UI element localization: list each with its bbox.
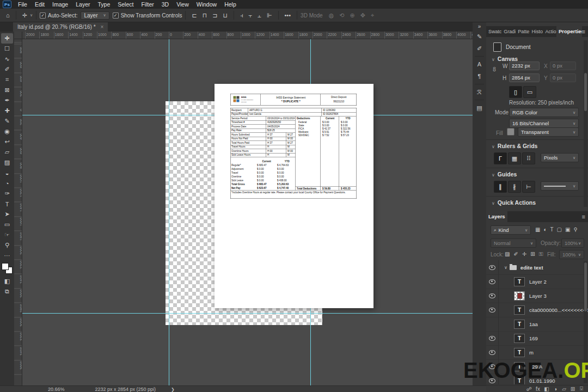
lock-pixels-icon[interactable]: ✐ xyxy=(513,251,518,258)
menu-item-file[interactable]: File xyxy=(14,0,31,9)
delete-layer-icon[interactable]: ⍌ xyxy=(577,385,586,392)
lock-all-icon[interactable]: ⚿ xyxy=(539,251,543,258)
crop-tool[interactable]: ⌗ xyxy=(1,75,13,85)
layer-visibility-toggle[interactable] xyxy=(486,359,499,373)
frame-tool[interactable]: ⊠ xyxy=(1,85,13,95)
close-icon[interactable]: × xyxy=(101,24,104,30)
distribute-top-icon[interactable]: ⫞ xyxy=(237,12,246,19)
zoom-level-field[interactable]: 20.66% xyxy=(48,387,65,392)
panel-menu-icon[interactable]: ≡ xyxy=(582,28,588,35)
color-swatches[interactable] xyxy=(2,263,13,274)
show-transform-checkbox[interactable]: ✓ xyxy=(113,13,119,19)
adjustment-layer-icon[interactable]: ◑ xyxy=(551,386,560,392)
menu-item-layer[interactable]: Layer xyxy=(72,0,94,9)
tab-actio[interactable]: Actio xyxy=(543,26,556,37)
foreground-color-swatch[interactable] xyxy=(2,263,9,270)
rulers-grids-section-header[interactable]: ∨Rulers & Grids xyxy=(492,143,537,149)
guide-vertical-1[interactable] xyxy=(169,39,169,385)
new-group-icon[interactable]: ▱ xyxy=(560,386,568,392)
auto-select-dropdown[interactable]: Layer∨ xyxy=(81,11,109,20)
layer-filter-kind-dropdown[interactable]: ⌕Kind ∨ xyxy=(491,225,531,235)
orientation-portrait-button[interactable]: ▯ xyxy=(509,86,522,98)
glyphs-panel-icon[interactable]: ℛ xyxy=(474,87,485,97)
layer-thumbnail[interactable]: T xyxy=(514,376,525,385)
filter-shape-layers-icon[interactable]: ▢ xyxy=(557,226,562,232)
filter-pixel-layers-icon[interactable]: ▦ xyxy=(535,226,540,232)
brush-tool[interactable]: ✎ xyxy=(1,116,13,126)
tab-properties[interactable]: Properties xyxy=(556,26,582,37)
guide-style-dropdown[interactable]: ∨ xyxy=(541,181,579,191)
layer-thumbnail[interactable]: T xyxy=(514,305,525,315)
bit-depth-dropdown[interactable]: 16 Bits/Channel∨ xyxy=(509,119,579,128)
tab-gradi[interactable]: Gradi xyxy=(501,26,516,37)
align-right-icon[interactable]: ⊐ xyxy=(210,12,220,19)
layer-visibility-toggle[interactable] xyxy=(486,345,499,359)
properties-scrollbar[interactable] xyxy=(584,40,587,207)
menu-item-image[interactable]: Image xyxy=(48,0,72,9)
link-layers-icon[interactable]: ☍ xyxy=(525,386,534,392)
lock-guides-button[interactable]: ∦ xyxy=(508,181,521,193)
lock-artboard-icon[interactable]: ⊞ xyxy=(530,251,535,258)
layer-visibility-toggle[interactable] xyxy=(486,317,499,331)
layer-row[interactable]: T129 A xyxy=(486,359,588,374)
quick-actions-section-header[interactable]: ∨Quick Actions xyxy=(492,199,536,206)
width-field[interactable]: 2232 px xyxy=(509,62,540,70)
pixel-grid-toggle-button[interactable]: ⠿ xyxy=(522,152,535,164)
more-options-icon[interactable]: ••• xyxy=(282,12,294,19)
distribute-center-v-icon[interactable]: ⫟ xyxy=(246,12,255,19)
menu-item-select[interactable]: Select xyxy=(114,0,137,9)
layer-thumbnail[interactable]: T xyxy=(514,320,525,329)
home-icon[interactable]: ⌂ xyxy=(3,12,13,19)
clear-guides-button[interactable]: ⊢ xyxy=(522,181,535,193)
collapse-panels-icon[interactable]: » xyxy=(474,22,485,30)
link-dimensions-icon[interactable]: 8 xyxy=(493,66,496,72)
filter-smart-objects-icon[interactable]: ▣ xyxy=(565,226,570,232)
panel-menu-icon[interactable]: ≡ xyxy=(582,213,588,220)
filter-adjustment-layers-icon[interactable]: ◐ xyxy=(543,226,547,232)
move-tool-icon[interactable]: ✛ xyxy=(20,12,30,19)
history-brush-tool[interactable]: ↩ xyxy=(1,137,13,147)
rectangular-marquee-tool[interactable]: ☐ xyxy=(1,44,13,54)
status-chevron-icon[interactable]: ❯ xyxy=(171,387,175,392)
document-tab[interactable]: Italy id.psd @ 20.7% (RGB/16) * × xyxy=(13,22,108,32)
color-mode-dropdown[interactable]: RGB Color∨ xyxy=(509,108,579,117)
distribute-bottom-icon[interactable]: ⊩ xyxy=(264,12,275,19)
layer-visibility-toggle[interactable] xyxy=(486,260,499,274)
orientation-landscape-button[interactable]: ▭ xyxy=(523,86,536,98)
eraser-tool[interactable]: ▱ xyxy=(1,147,13,157)
tab-histo[interactable]: Histo xyxy=(530,26,543,37)
menu-item-3d[interactable]: 3D xyxy=(158,0,173,9)
path-selection-tool[interactable]: ➤ xyxy=(1,209,13,219)
layer-thumbnail[interactable] xyxy=(514,291,525,301)
menu-item-filter[interactable]: Filter xyxy=(137,0,157,9)
edit-toolbar-button[interactable]: ⋯ xyxy=(1,250,13,261)
layer-effects-icon[interactable]: fx xyxy=(534,386,542,392)
character-panel-icon[interactable]: A xyxy=(474,59,485,70)
layer-mask-icon[interactable]: ◧ xyxy=(542,386,551,392)
lock-transparency-icon[interactable]: ▨ xyxy=(505,251,510,258)
pen-tool[interactable]: ✑ xyxy=(1,188,13,199)
menu-item-edit[interactable]: Edit xyxy=(31,0,48,9)
auto-select-checkbox[interactable]: ✓ xyxy=(40,13,46,19)
move-tool[interactable]: ✛ xyxy=(1,33,13,44)
layer-row[interactable]: T1aa xyxy=(486,317,588,332)
layer-thumbnail[interactable]: T xyxy=(514,348,525,357)
document-page[interactable]: IHSSIn-Home SupportiveServicesIHSS Earni… xyxy=(215,84,373,308)
layer-thumbnail[interactable]: T xyxy=(514,362,525,371)
rectangle-tool[interactable]: ▭ xyxy=(1,219,13,230)
distribute-center-h-icon[interactable]: ⫠ xyxy=(255,12,264,19)
clone-stamp-tool[interactable]: ◉ xyxy=(1,126,13,137)
ruler-units-dropdown[interactable]: Pixels∨ xyxy=(541,153,579,162)
layer-visibility-toggle[interactable] xyxy=(486,331,499,345)
tab-layers[interactable]: Layers xyxy=(486,211,507,222)
blur-tool[interactable]: ◒ xyxy=(1,168,13,178)
layer-row[interactable]: T01.01.1990 xyxy=(486,373,588,384)
menu-item-view[interactable]: View xyxy=(173,0,193,9)
layer-row[interactable]: Tm xyxy=(486,345,588,360)
guide-horizontal-2[interactable] xyxy=(22,313,473,314)
filter-type-layers-icon[interactable]: T xyxy=(550,226,554,232)
quick-mask-button[interactable]: ◧ xyxy=(1,276,13,286)
brush-settings-icon[interactable]: ✎ xyxy=(474,31,485,42)
align-center-h-icon[interactable]: ⊓ xyxy=(200,12,210,19)
layer-row[interactable]: T169 xyxy=(486,331,588,346)
